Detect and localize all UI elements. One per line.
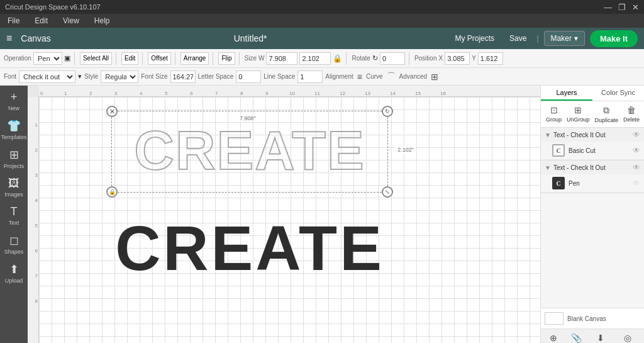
sidebar-item-projects[interactable]: ⊞ Projects [1, 145, 26, 172]
left-sidebar: + New 👕 Templates ⊞ Projects 🖼 Images T … [0, 86, 28, 343]
layer-item-2a[interactable]: C Pen 👁 [541, 174, 644, 193]
create-solid-text-element[interactable]: CREATE [114, 207, 385, 289]
curve-icon[interactable]: ⌒ [386, 71, 397, 82]
dimension-height: 2.102" [396, 146, 416, 154]
panel-tabs: Layers Color Sync [541, 86, 644, 101]
create-solid-text: CREATE [115, 212, 384, 284]
blank-canvas-preview [545, 312, 564, 325]
ungroup-icon: ⊞ [574, 105, 582, 115]
font-select[interactable]: Check it out [19, 70, 75, 83]
blank-canvas-label: Blank Canvas [567, 315, 606, 322]
new-label: New [8, 105, 19, 111]
divider: | [536, 34, 538, 43]
menu-edit[interactable]: Edit [32, 15, 50, 26]
save-button[interactable]: Save [504, 31, 531, 45]
delete-button[interactable]: 🗑 Delete [621, 104, 642, 125]
operation-icon: ▣ [64, 54, 70, 62]
close-button[interactable]: ✕ [632, 3, 639, 12]
tab-color-sync[interactable]: Color Sync [592, 86, 644, 101]
height-input[interactable] [299, 52, 331, 65]
lock-ratio-icon[interactable]: 🔒 [333, 54, 342, 63]
menu-file[interactable]: File [5, 15, 22, 26]
sidebar-item-templates[interactable]: 👕 Templates [1, 116, 26, 143]
curve-label: Curve [366, 73, 383, 80]
flatten-button[interactable]: ⬇ Flatten [589, 332, 612, 343]
canvas-area[interactable]: 0 1 2 3 4 5 6 7 8 9 10 11 12 13 14 15 16… [28, 86, 540, 343]
style-label: Style [84, 73, 98, 80]
sidebar-item-new[interactable]: + New [1, 88, 26, 114]
sidebar-item-upload[interactable]: ⬆ Upload [1, 260, 26, 286]
layer-name-1a: Basic Cut [569, 147, 629, 154]
restore-button[interactable]: ❐ [618, 3, 626, 12]
visibility-icon-1[interactable]: 👁 [633, 130, 640, 139]
top-toolbar: ≡ Canvas Untitled* My Projects Save | Ma… [0, 28, 644, 49]
make-it-button[interactable]: Make It [590, 30, 638, 47]
arrange-button[interactable]: Arrange [180, 52, 209, 65]
offset-group: Offset [148, 52, 175, 65]
menu-view[interactable]: View [60, 15, 82, 26]
text-icon: T [11, 205, 18, 218]
handle-bottom-right[interactable]: ⤡ [382, 186, 393, 198]
weld-button[interactable]: ⊕ Weld [545, 332, 562, 343]
minimize-button[interactable]: — [604, 3, 612, 12]
projects-icon: ⊞ [9, 148, 19, 162]
visibility-icon-1a[interactable]: 👁 [633, 146, 640, 155]
my-projects-button[interactable]: My Projects [450, 31, 499, 45]
duplicate-icon: ⧉ [603, 105, 609, 116]
layers-list: ▼ Text - Check It Out 👁 C Basic Cut 👁 ▼ … [541, 128, 644, 193]
advanced-icon[interactable]: ⊞ [430, 72, 440, 82]
layer-group-1: ▼ Text - Check It Out 👁 C Basic Cut 👁 [541, 128, 644, 160]
flip-button[interactable]: Flip [218, 52, 235, 65]
visibility-icon-2[interactable]: 👁 [633, 163, 640, 172]
offset-button[interactable]: Offset [148, 52, 171, 65]
layer-group-1-header[interactable]: ▼ Text - Check It Out 👁 [541, 128, 644, 142]
position-label: Position [414, 55, 437, 62]
chevron-down-icon-2: ▼ [545, 164, 551, 171]
sidebar-item-images[interactable]: 🖼 Images [1, 174, 26, 200]
app-title: Untitled* [56, 33, 445, 43]
letterspace-label: Letter Space [198, 73, 234, 80]
sidebar-item-text[interactable]: T Text [1, 203, 26, 228]
layer-group-2-name: Text - Check It Out [553, 164, 630, 171]
y-input[interactable] [478, 52, 503, 65]
ungroup-button[interactable]: ⊞ UnGroup [564, 104, 592, 125]
flatten-icon: ⬇ [597, 333, 604, 343]
duplicate-button[interactable]: ⧉ Duplicate [592, 104, 621, 125]
layer-group-2-header[interactable]: ▼ Text - Check It Out 👁 [541, 160, 644, 174]
letterspace-input[interactable] [236, 70, 261, 83]
create-outline-text-element[interactable]: CREATE [114, 116, 385, 185]
style-select[interactable]: Regular [101, 70, 138, 83]
attach-icon: 📎 [571, 333, 582, 343]
blank-canvas-section: Blank Canvas [541, 308, 644, 329]
duplicate-label: Duplicate [595, 117, 619, 123]
contour-button[interactable]: ◎ Contour [615, 332, 640, 343]
group-button[interactable]: ⊡ Group [543, 104, 564, 125]
linespace-input[interactable] [297, 70, 323, 83]
toolbar-right: My Projects Save | Maker ▾ Make It [450, 30, 638, 47]
operation-group: Operation Pen ▣ [4, 52, 75, 65]
operation-select[interactable]: Pen [33, 52, 62, 65]
w-label: W [258, 55, 264, 62]
title-bar-left: Cricut Design Space v6.10.107 [5, 3, 101, 11]
visibility-icon-2a[interactable]: 👁 [633, 179, 640, 188]
layer-icon-1a: C [552, 144, 565, 157]
canvas-label: Canvas [21, 33, 50, 43]
alignment-left-icon[interactable]: ≡ [356, 72, 364, 82]
rotate-input[interactable] [380, 52, 405, 65]
tab-layers[interactable]: Layers [541, 86, 592, 101]
fontsize-input[interactable] [170, 70, 196, 83]
group-icon: ⊡ [550, 105, 558, 115]
hamburger-icon[interactable]: ≡ [6, 33, 12, 44]
select-all-button[interactable]: Select All [80, 52, 112, 65]
handle-bottom-left[interactable]: 🔒 [106, 186, 118, 198]
edit-button[interactable]: Edit [121, 52, 138, 65]
sidebar-item-shapes[interactable]: ◻ Shapes [1, 231, 26, 257]
width-input[interactable] [266, 52, 297, 65]
attach-button[interactable]: 📎 Attach [565, 332, 587, 343]
layer-item-1a[interactable]: C Basic Cut 👁 [541, 142, 644, 160]
menu-help[interactable]: Help [92, 15, 113, 26]
maker-button[interactable]: Maker ▾ [544, 31, 585, 46]
templates-label: Templates [1, 134, 26, 140]
x-input[interactable] [445, 52, 470, 65]
ruler-horizontal: 0 1 2 3 4 5 6 7 8 9 10 11 12 13 14 15 16 [39, 86, 540, 97]
